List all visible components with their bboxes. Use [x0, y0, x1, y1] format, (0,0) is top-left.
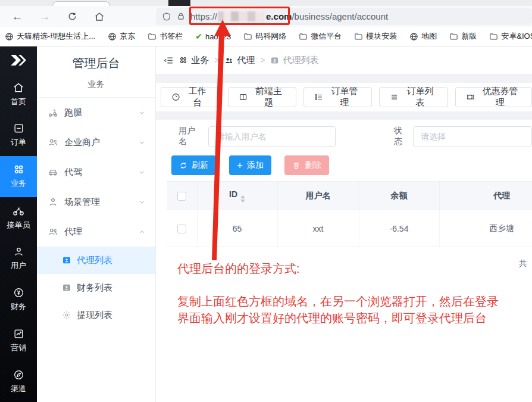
back-icon[interactable]: ← — [10, 9, 25, 24]
sidebar-item-label: 首页 — [11, 96, 26, 107]
submenu-item-withdraw-list[interactable]: 提现列表 — [37, 301, 155, 329]
breadcrumb-item-business[interactable]: 业务 — [179, 55, 209, 66]
menu-item-scenes[interactable]: 场景管理 — [37, 187, 155, 217]
select-all-checkbox[interactable] — [177, 192, 186, 201]
status-label: 状态 — [394, 126, 408, 147]
shield-icon[interactable] — [162, 12, 171, 21]
username-input[interactable] — [208, 126, 335, 147]
username-label: 用户名 — [179, 126, 200, 147]
filter-row: 用户名 状态 — [156, 126, 532, 147]
breadcrumb-item-agent-list: 代理列表 — [270, 55, 318, 66]
menu-item-label: 代理 — [64, 226, 82, 238]
bookmark-item[interactable]: 安卓&IOS上架 — [489, 31, 532, 42]
order-list-button[interactable]: 订单列表 — [379, 87, 447, 107]
sidebar-item-marketing[interactable]: 营销 — [0, 320, 37, 361]
table-header-row: ID 用户名 余额 代理 — [167, 182, 532, 210]
annotation-title: 代理后台的的登录方式: — [177, 261, 300, 277]
url-censored-domain — [218, 11, 265, 21]
menu-item-label: 跑腿 — [64, 107, 82, 119]
folder-icon — [489, 32, 498, 41]
refresh-icon — [179, 161, 187, 170]
lock-icon[interactable] — [177, 12, 185, 21]
sidebar-item-home[interactable]: 首页 — [0, 74, 37, 115]
bookmark-item[interactable]: 微信平台 — [299, 31, 342, 42]
bookmark-item[interactable]: ✔hao123 — [195, 32, 231, 41]
refresh-button[interactable]: 刷新 — [171, 155, 216, 175]
button-label: 前端主题 — [252, 86, 286, 108]
sort-icon[interactable] — [240, 195, 245, 202]
finance-yuan-icon — [13, 287, 24, 298]
menu-item-errand[interactable]: 跑腿 — [37, 98, 155, 127]
browser-toolbar: ← → https://e.com/business/agent/account — [0, 6, 532, 27]
breadcrumb-label: 代理 — [237, 55, 255, 66]
bookmark-item[interactable]: 地图 — [409, 31, 437, 42]
annotation-line: 界面输入刚才设置好的代理的账号密码，即可登录代理后台 — [177, 310, 532, 326]
button-label: 添加 — [247, 160, 264, 171]
globe-icon — [5, 32, 14, 41]
url-bar[interactable]: https://e.com/business/agent/account — [156, 8, 532, 25]
col-username: 用户名 — [277, 182, 359, 210]
agents-icon — [224, 56, 233, 65]
submenu-item-finance-list[interactable]: 财务列表 — [37, 274, 155, 301]
sidebar-item-label: 渠道 — [11, 384, 26, 394]
spacer-band — [156, 74, 532, 83]
agents-icon — [48, 226, 58, 237]
row-checkbox[interactable] — [177, 225, 186, 233]
cell-id: 65 — [197, 210, 277, 247]
bookmark-item[interactable]: 新版 — [449, 31, 477, 42]
merchants-icon — [48, 137, 58, 148]
bookmark-item[interactable]: 京东 — [108, 31, 135, 42]
menu-item-label: 企业商户 — [64, 137, 100, 148]
menu-item-label: 代驾 — [64, 167, 82, 178]
reload-icon[interactable] — [64, 9, 80, 24]
home-icon — [12, 82, 24, 94]
chevron-down-icon — [138, 198, 146, 206]
url-text[interactable]: https://e.com/business/agent/account — [190, 11, 388, 21]
submenu-item-agent-list[interactable]: 代理列表 — [37, 247, 155, 274]
sidebar-item-couriers[interactable]: 接单员 — [0, 197, 37, 238]
car-icon — [48, 167, 58, 177]
menu-item-merchants[interactable]: 企业商户 — [37, 127, 155, 157]
button-label: 工作台 — [184, 86, 210, 108]
agent-table-wrap: ID 用户名 余额 代理 65 xxt -6.54 — [167, 181, 532, 247]
browser-tab-dark — [168, 0, 190, 6]
globe-icon — [409, 32, 418, 41]
col-id[interactable]: ID — [197, 182, 277, 210]
sidebar-item-orders[interactable]: 订单 — [0, 115, 37, 156]
home-icon[interactable] — [92, 9, 107, 24]
sidebar-item-business[interactable]: 业务 — [0, 156, 37, 197]
frontend-theme-button[interactable]: 前端主题 — [228, 87, 296, 107]
coupon-manage-button[interactable]: 优惠券管理 — [455, 87, 532, 107]
button-label: 优惠券管理 — [479, 86, 521, 108]
button-label: 删除 — [305, 160, 321, 171]
sidebar-item-users[interactable]: 用户 — [0, 238, 37, 279]
finance-badge-icon — [62, 283, 71, 292]
url-path: /business/agent/account — [292, 11, 388, 21]
status-select[interactable] — [413, 126, 532, 147]
bookmark-item[interactable]: 书签栏 — [148, 31, 183, 42]
secondary-sidebar: 管理后台 业务 跑腿 企业商户 代驾 场景管理 — [37, 46, 156, 402]
bookmark-item[interactable]: 天猫精选-理想生活上... — [5, 31, 95, 42]
bookmark-item[interactable]: 模块安装 — [354, 31, 397, 42]
bookmark-label: 模块安装 — [366, 31, 397, 42]
menu-item-driving[interactable]: 代驾 — [37, 157, 155, 187]
breadcrumb-separator: > — [214, 55, 219, 65]
menu-item-agents[interactable]: 代理 — [37, 217, 155, 247]
order-manage-button[interactable]: 订单管理 — [303, 87, 372, 107]
breadcrumb-label: 代理列表 — [283, 55, 318, 66]
marketing-chart-icon — [13, 328, 24, 339]
add-button[interactable]: + 添加 — [229, 155, 271, 175]
forward-icon[interactable]: → — [37, 9, 52, 24]
app-logo[interactable] — [0, 46, 37, 74]
badge-icon — [270, 56, 279, 65]
delete-button[interactable]: 删除 — [284, 155, 329, 175]
col-label: 用户名 — [306, 191, 331, 200]
breadcrumb-item-agents[interactable]: 代理 — [224, 55, 255, 66]
chevron-down-icon — [138, 169, 146, 176]
sidebar-item-finance[interactable]: 财务 — [0, 279, 37, 320]
bookmark-item[interactable]: 码科网络 — [243, 31, 286, 42]
menu-collapse-icon[interactable] — [164, 55, 174, 66]
sidebar-item-channels[interactable]: 渠道 — [0, 361, 37, 402]
user-icon — [13, 246, 24, 257]
workbench-button[interactable]: 工作台 — [161, 87, 221, 107]
